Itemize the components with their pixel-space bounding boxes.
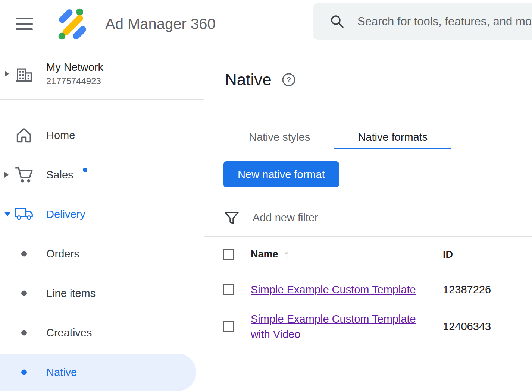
page-title: Native	[225, 70, 272, 89]
row-checkbox[interactable]	[223, 321, 234, 332]
page-header: Native ?	[204, 48, 532, 89]
notification-dot	[83, 168, 87, 172]
tab-native-formats[interactable]: Native formats	[334, 125, 451, 149]
sidebar-item-line-items[interactable]: Line items	[0, 274, 204, 313]
search-input[interactable]	[357, 15, 532, 28]
sidebar-item-home[interactable]: Home	[0, 116, 204, 155]
app-title: Ad Manager 360	[105, 16, 216, 32]
expand-arrow-icon[interactable]	[4, 172, 9, 178]
ad-manager-logo-icon	[56, 7, 90, 41]
sidebar-item-delivery[interactable]: Delivery	[0, 195, 204, 234]
network-building-icon	[14, 64, 34, 83]
search-icon	[330, 14, 345, 29]
bullet-icon	[21, 370, 27, 375]
truck-icon	[14, 205, 34, 224]
sidebar-item-label: Home	[46, 129, 75, 142]
bullet-icon	[21, 291, 27, 296]
toolbar: New native format	[204, 149, 532, 199]
sidebar-item-orders[interactable]: Orders	[0, 234, 204, 274]
table-empty-row	[204, 346, 532, 385]
tab-label: Native formats	[358, 131, 428, 143]
home-icon	[14, 126, 34, 145]
sidebar-item-creatives[interactable]: Creatives	[0, 313, 204, 353]
column-header-id[interactable]: ID	[443, 249, 453, 260]
column-header-name[interactable]: Name	[251, 249, 278, 260]
global-search[interactable]	[313, 3, 532, 40]
collapse-arrow-icon[interactable]	[4, 212, 10, 216]
sort-ascending-icon[interactable]: ↑	[284, 248, 290, 261]
sidebar-item-sales[interactable]: Sales	[0, 155, 204, 195]
filter-icon	[223, 210, 240, 226]
network-selector[interactable]: My Network 21775744923	[0, 48, 204, 100]
sidebar-item-label: Native	[46, 366, 77, 379]
network-name: My Network	[46, 61, 103, 73]
sidebar-item-label: Sales	[46, 169, 73, 181]
sidebar: My Network 21775744923 Home	[0, 48, 204, 392]
bullet-icon	[21, 251, 27, 257]
filter-label: Add new filter	[253, 212, 318, 224]
row-name-link[interactable]: Simple Example Custom Template with Vide…	[251, 312, 426, 342]
sidebar-item-label: Orders	[46, 248, 79, 260]
network-id: 21775744923	[46, 76, 103, 86]
table-row: Simple Example Custom Template 12387226	[204, 272, 532, 307]
table-row: Simple Example Custom Template with Vide…	[204, 307, 532, 346]
filter-bar[interactable]: Add new filter	[204, 199, 532, 237]
help-icon[interactable]: ?	[281, 72, 296, 87]
row-id: 12387226	[443, 284, 532, 296]
sidebar-item-label: Line items	[46, 287, 96, 300]
menu-button[interactable]	[16, 18, 33, 30]
tab-bar: Native styles Native formats	[204, 125, 532, 149]
sidebar-nav: Home Sales	[0, 100, 204, 392]
sidebar-item-label: Creatives	[46, 327, 92, 339]
row-name-link[interactable]: Simple Example Custom Template	[251, 282, 416, 297]
new-native-format-button[interactable]: New native format	[223, 161, 339, 187]
sidebar-item-native[interactable]: Native	[0, 353, 204, 392]
top-header: Ad Manager 360	[0, 0, 532, 48]
row-id: 12406343	[443, 320, 532, 333]
tab-label: Native styles	[249, 131, 310, 143]
native-formats-table: Name ↑ ID Simple Example Custom Template…	[204, 237, 532, 385]
select-all-checkbox[interactable]	[223, 249, 234, 260]
sidebar-item-label: Delivery	[46, 208, 85, 221]
bullet-icon	[21, 330, 27, 336]
main-content: Native ? Native styles Native formats Ne…	[204, 48, 532, 392]
svg-text:?: ?	[287, 76, 291, 84]
row-checkbox[interactable]	[223, 284, 234, 295]
tab-native-styles[interactable]: Native styles	[225, 125, 334, 149]
app-window: Ad Manager 360	[0, 0, 532, 392]
cart-icon	[14, 165, 34, 184]
table-header-row: Name ↑ ID	[204, 237, 532, 272]
expand-arrow-icon[interactable]	[5, 71, 9, 77]
